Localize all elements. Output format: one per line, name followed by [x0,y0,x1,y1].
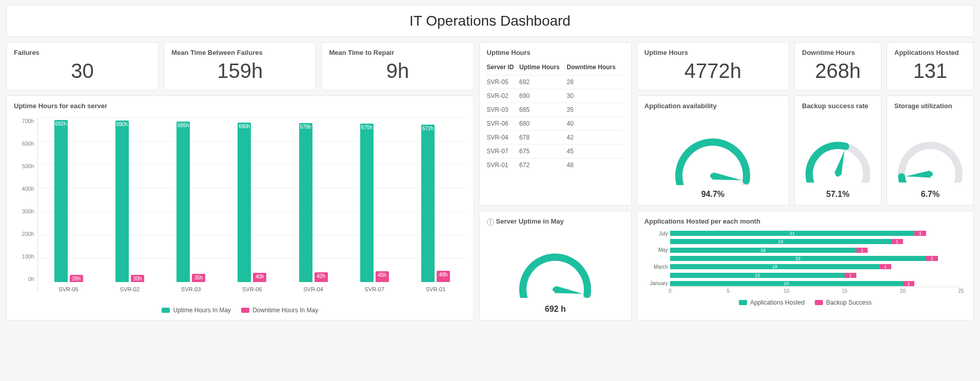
kpi-failures-card: Failures 30 [6,42,159,90]
table-row: SVR-0767545 [487,145,624,158]
legend-uptime: Uptime Hours In May [162,307,231,314]
hbar-row: May 16 1 [670,247,961,253]
bar-uptime: 672h [421,125,435,282]
svg-marker-2 [834,150,845,175]
bar-downtime: 35h [192,274,205,282]
kpi-apps-label: Applications Hosted [894,49,966,56]
hbar-apps: 20 [670,281,903,286]
hbar-backup: 1 [891,239,903,244]
hbar-apps: 18 [670,264,879,269]
th-server: Server ID [487,59,519,75]
hbar-row: March 18 1 [670,264,961,270]
info-icon[interactable]: i [487,218,494,226]
hbar-backup: 1 [914,231,926,236]
swatch-pink-icon [815,300,823,305]
kpi-mtbf-label: Mean Time Between Failures [171,49,308,56]
table-row: SVR-0269030 [487,89,624,103]
gauge-backup-title: Backup success rate [802,102,874,110]
uptime-table: Server ID Uptime Hours Downtime Hours SV… [487,59,624,172]
hbar-backup: 1 [856,248,868,253]
bar-uptime: 675h [360,124,374,282]
bar-group: 672h 48h SVR-01 [405,118,466,282]
bar-downtime: 48h [437,271,450,282]
bar-x-label: SVR-06 [222,286,283,292]
kpi-downtime-card: Downtime Hours 268h [794,42,881,90]
hbar-row: July 21 1 [670,230,961,236]
kpi-mtbf-value: 159h [171,56,308,84]
hbar-row: 22 1 [670,255,961,262]
uptime-table-card: Uptime Hours Server ID Uptime Hours Down… [479,42,632,206]
gauge-backup-value: 57.1% [802,190,874,199]
gauge-server-uptime-value: 692 h [487,305,624,314]
svg-point-7 [553,287,558,292]
hbar-legend: Applications Hosted Backup Success [644,299,966,306]
gauge-app-avail-value: 94.7% [644,190,781,199]
table-row: SVR-0668040 [487,117,624,131]
bar-group: 678h 42h SVR-04 [283,118,344,282]
gauge-storage-card: Storage utilization 6.7% [887,95,974,206]
bar-uptime: 680h [238,123,251,282]
kpi-mttr-card: Mean Time to Repair 9h [321,42,474,90]
uptime-bar-chart-title: Uptime Hours for each server [14,102,466,110]
legend-apps-hosted: Applications Hosted [739,299,805,306]
hbar-row: January 20 1 [670,280,961,287]
svg-marker-6 [555,286,583,294]
swatch-green-icon [162,308,170,313]
bar-group: 685h 35h SVR-03 [160,118,221,282]
bar-group: 675h 45h SVR-07 [344,118,405,282]
th-uptime: Uptime Hours [519,59,567,75]
apps-hosted-chart: July 21 1 19 1May 16 1 22 1March 18 1 15… [644,230,966,287]
swatch-pink-icon [241,308,249,313]
gauge-app-avail-title: Application availability [644,102,781,110]
kpi-apps-card: Applications Hosted 131 [887,42,974,90]
page-title: IT Operations Dashboard [14,13,966,29]
gauge-app-avail-card: Application availability 94.7% [637,95,789,206]
bar-x-label: SVR-02 [99,286,160,292]
gauge-storage-value: 6.7% [894,190,966,199]
bar-uptime: 690h [115,121,129,282]
gauge-backup-card: Backup success rate 57.1% [794,95,881,206]
bar-downtime: 28h [70,275,83,282]
bar-x-label: SVR-04 [283,286,344,292]
gauge-server-uptime-title: iServer Uptime in May [487,217,624,226]
table-row: SVR-0569228 [487,75,624,89]
svg-point-1 [710,173,715,178]
table-row: SVR-0467842 [487,131,624,145]
bar-x-label: SVR-07 [344,286,405,292]
hbar-apps: 22 [670,256,926,261]
bar-uptime: 685h [177,122,190,282]
gauge-server-uptime-card: iServer Uptime in May 692 h [479,211,632,320]
bar-legend: Uptime Hours In May Downtime Hours In Ma… [14,307,466,314]
kpi-apps-value: 131 [894,56,966,84]
kpi-uptime-card: Uptime Hours 4772h [637,42,789,90]
uptime-bar-chart: 700h600h500h400h300h200h100h0h 692h 28h … [14,118,466,292]
hbar-backup: 1 [879,264,891,269]
bar-x-label: SVR-05 [38,286,99,292]
bar-x-label: SVR-01 [405,286,466,292]
legend-backup-success: Backup Success [815,299,872,306]
table-row: SVR-0167248 [487,158,624,172]
hbar-apps: 16 [670,248,856,253]
kpi-uptime-value: 4772h [644,56,781,84]
hbar-backup: 1 [845,273,856,278]
swatch-green-icon [739,300,747,305]
bar-downtime: 30h [131,275,144,282]
th-downtime: Downtime Hours [567,59,624,75]
uptime-table-title: Uptime Hours [487,49,624,56]
bar-y-axis: 700h600h500h400h300h200h100h0h [14,118,37,292]
gauge-server-uptime-icon [514,242,596,298]
kpi-mttr-label: Mean Time to Repair [329,49,466,56]
hbar-x-axis: 0510152025 [670,287,961,296]
kpi-failures-label: Failures [14,49,151,56]
svg-marker-4 [906,171,930,178]
hbar-apps: 19 [670,239,891,244]
dashboard-title-bar: IT Operations Dashboard [6,5,974,37]
kpi-mtbf-card: Mean Time Between Failures 159h [164,42,316,90]
uptime-bar-chart-card: Uptime Hours for each server 700h600h500… [6,95,474,320]
hbar-row: 19 1 [670,238,961,245]
kpi-failures-value: 30 [14,56,151,84]
apps-hosted-chart-card: Applications Hosted per each month July … [637,211,974,320]
bar-uptime: 692h [54,120,68,282]
hbar-backup: 1 [903,281,915,286]
kpi-uptime-label: Uptime Hours [644,49,781,56]
